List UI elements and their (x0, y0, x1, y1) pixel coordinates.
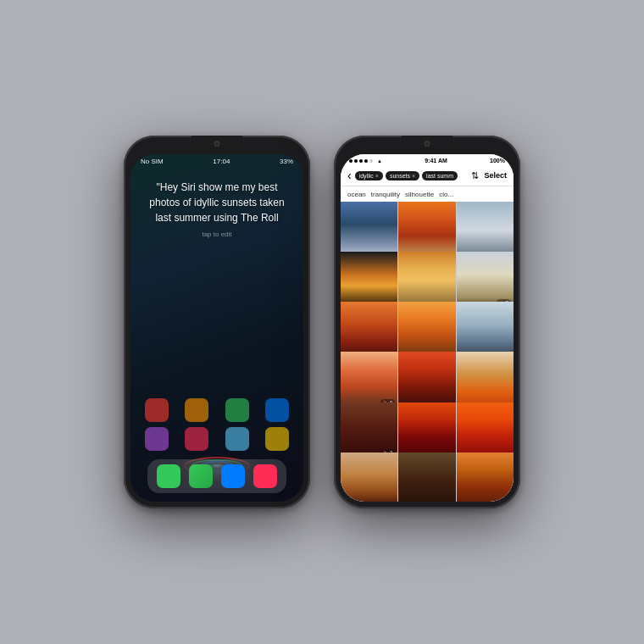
photo-cell-14[interactable] (398, 402, 455, 459)
app-icon (145, 427, 169, 451)
chip-idyllic[interactable]: idyllic × (355, 171, 383, 180)
photo-cell-17[interactable] (398, 452, 455, 502)
siri-screen: No SIM 17:04 33% "Hey Siri show me my be… (130, 154, 303, 502)
photo-screen: ▲ 9:41 AM 100% ‹ idyllic × sunsets (341, 154, 514, 502)
battery-status: 100% (490, 158, 505, 164)
photo-cell-3[interactable] (457, 202, 514, 258)
siri-icons-area (130, 167, 303, 502)
dot5 (369, 159, 373, 163)
photo-cell-5[interactable] (398, 252, 455, 308)
photo-cell-10[interactable]: 🔖 9 (341, 352, 397, 408)
sort-button[interactable]: ⇅ (471, 170, 479, 181)
chip-sunsets[interactable]: sunsets × (386, 171, 419, 180)
right-phone: ▲ 9:41 AM 100% ‹ idyllic × sunsets (334, 136, 520, 508)
dock-icon-phone (157, 464, 180, 488)
photo-cell-4[interactable] (341, 252, 397, 308)
chip-remove[interactable]: × (412, 173, 415, 179)
scene: No SIM 17:04 33% "Hey Siri show me my be… (124, 136, 520, 508)
app-icon (225, 427, 249, 451)
suggestion-row: ocean tranquility silhouette clo... (341, 186, 514, 202)
photo-cell-11[interactable] (398, 352, 455, 408)
dot3 (359, 159, 363, 163)
dock (147, 459, 286, 493)
photo-cell-12[interactable] (457, 352, 514, 408)
nav-chips: idyllic × sunsets × last summ (355, 171, 467, 180)
chip-label: idyllic (359, 173, 374, 179)
chip-label: sunsets (390, 173, 410, 179)
photo-status-bar: ▲ 9:41 AM 100% (341, 154, 514, 165)
photo-cell-18[interactable] (457, 452, 514, 502)
dot4 (364, 159, 368, 163)
app-icon (185, 398, 208, 422)
photo-cell-13[interactable]: 🔖 2 (341, 402, 397, 459)
dot2 (354, 159, 358, 163)
app-icon (265, 427, 289, 451)
back-button[interactable]: ‹ (347, 169, 352, 182)
photo-grid: 🔖 3 🔖 9 (341, 202, 514, 502)
chip-label: last summ (426, 173, 453, 179)
dock-icon-music (253, 464, 277, 488)
suggestion-ocean[interactable]: ocean (347, 191, 366, 198)
left-phone: No SIM 17:04 33% "Hey Siri show me my be… (124, 136, 310, 508)
right-screen: ▲ 9:41 AM 100% ‹ idyllic × sunsets (341, 154, 514, 502)
dock-icon-messages (189, 464, 213, 488)
suggestion-more[interactable]: clo... (439, 191, 453, 198)
app-icon (145, 398, 169, 422)
chip-last-summer[interactable]: last summ (422, 171, 458, 180)
right-camera (425, 141, 430, 147)
app-icon (265, 398, 289, 422)
status-time: 9:41 AM (425, 158, 447, 164)
photo-cell-15[interactable] (457, 402, 514, 459)
dot1 (349, 159, 353, 163)
left-screen: No SIM 17:04 33% "Hey Siri show me my be… (130, 154, 303, 502)
photo-cell-2[interactable] (398, 202, 455, 258)
photo-cell-7[interactable] (341, 302, 397, 358)
time-label: 17:04 (213, 158, 230, 165)
siri-status-bar: No SIM 17:04 33% (130, 154, 303, 167)
app-grid (130, 398, 303, 451)
left-camera (214, 141, 220, 147)
wifi-icon: ▲ (377, 158, 382, 164)
carrier-label: No SIM (141, 158, 164, 165)
suggestion-silhouette[interactable]: silhouette (405, 191, 434, 198)
app-icon (185, 427, 208, 451)
photo-cell-1[interactable] (341, 202, 397, 258)
photo-cell-8[interactable] (398, 302, 455, 358)
photo-cell-6[interactable]: 🔖 3 (457, 252, 514, 308)
suggestion-tranquility[interactable]: tranquility (371, 191, 400, 198)
photo-cell-9[interactable] (457, 302, 514, 358)
photo-cell-16[interactable] (341, 452, 397, 502)
dock-icon-safari (221, 464, 245, 488)
photo-nav-bar: ‹ idyllic × sunsets × last summ (341, 165, 514, 186)
select-button[interactable]: Select (484, 171, 507, 180)
chip-remove[interactable]: × (375, 173, 379, 179)
battery-label: 33% (280, 158, 293, 165)
app-icon (225, 398, 249, 422)
status-dots: ▲ (349, 158, 382, 164)
